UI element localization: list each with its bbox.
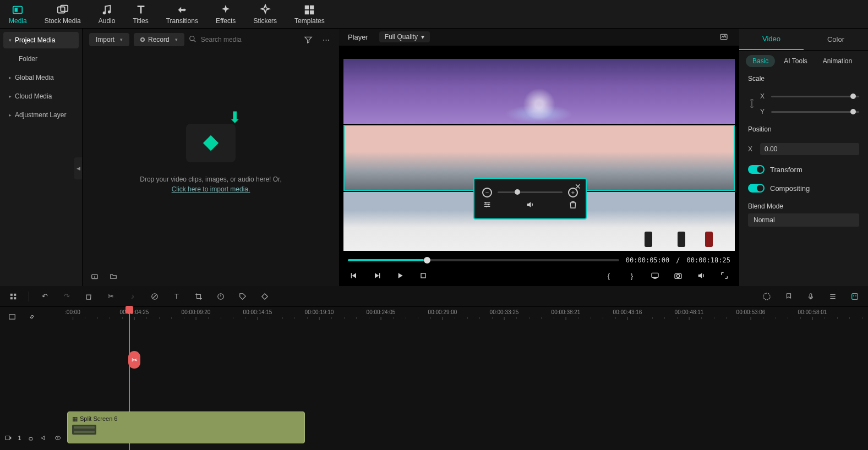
track-lock-button[interactable] xyxy=(27,431,35,444)
quality-select[interactable]: Full Quality▾ xyxy=(379,31,430,42)
mark-in-button[interactable]: { xyxy=(603,270,615,282)
marker-button[interactable] xyxy=(782,290,795,303)
snapshot-button[interactable] xyxy=(672,270,684,282)
zoom-out-button[interactable]: − xyxy=(482,188,492,197)
crop-button[interactable] xyxy=(192,290,205,303)
new-folder-button[interactable] xyxy=(107,270,120,283)
ruler-tick: 00:00:14:15 xyxy=(243,309,272,315)
delete-button[interactable] xyxy=(82,290,95,303)
record-button[interactable]: Record▾ xyxy=(134,33,184,46)
color-tag-button[interactable] xyxy=(236,290,249,303)
track-mute-button[interactable] xyxy=(40,431,48,444)
timeline-clip[interactable]: ▦Split Screen 6 xyxy=(67,411,305,443)
split-marker[interactable]: ✂ xyxy=(128,351,140,369)
blend-mode-select[interactable]: Normal xyxy=(748,213,859,227)
subtab-basic[interactable]: Basic xyxy=(746,55,775,67)
speaker-icon[interactable] xyxy=(525,200,535,210)
text-button[interactable]: T xyxy=(170,290,183,303)
prev-frame-button[interactable] xyxy=(348,270,360,282)
subtab-ai-tools[interactable]: AI Tools xyxy=(777,55,814,67)
redo-button[interactable]: ↷ xyxy=(60,290,73,303)
timeline-tracks[interactable]: ✂ ▦Split Screen 6 xyxy=(66,327,868,450)
nav-stock-media[interactable]: Stock Media xyxy=(36,0,90,28)
media-drop-zone[interactable]: ⬇ Drop your video clips, images, or audi… xyxy=(83,51,339,266)
ruler-tick: :00:00 xyxy=(65,309,80,315)
sidebar-project-media[interactable]: ▾Project Media xyxy=(3,32,79,48)
svg-rect-21 xyxy=(351,273,352,278)
svg-rect-30 xyxy=(10,297,13,299)
inspector-tab-video[interactable]: Video xyxy=(739,29,804,50)
inspector-tab-color[interactable]: Color xyxy=(804,29,868,50)
display-button[interactable] xyxy=(649,270,661,282)
split-screen-icon: ▦ xyxy=(72,415,78,422)
keyframe-button[interactable] xyxy=(258,290,271,303)
download-arrow-icon: ⬇ xyxy=(228,108,241,127)
svg-point-19 xyxy=(488,204,489,205)
zoom-slider[interactable] xyxy=(498,191,563,193)
position-x-input[interactable] xyxy=(760,143,859,155)
speed-button[interactable] xyxy=(214,290,227,303)
link-button[interactable] xyxy=(25,310,39,323)
track-visibility-button[interactable] xyxy=(54,431,62,444)
track-video-icon[interactable] xyxy=(4,431,12,444)
nav-templates[interactable]: Templates xyxy=(286,0,334,28)
snapshot-compare-button[interactable] xyxy=(717,30,730,43)
svg-point-43 xyxy=(855,295,856,296)
playback-scrubber[interactable] xyxy=(348,259,619,261)
svg-line-33 xyxy=(153,294,157,298)
mask-button[interactable] xyxy=(148,290,161,303)
subtab-animation[interactable]: Animation xyxy=(816,55,859,67)
lock-icon[interactable] xyxy=(748,98,756,111)
timeline-view-button[interactable] xyxy=(6,310,19,323)
nav-transitions[interactable]: Transitions xyxy=(157,0,207,28)
svg-point-20 xyxy=(485,206,487,207)
ruler-tick: 00:00:48:11 xyxy=(675,309,704,315)
svg-rect-1 xyxy=(15,8,18,12)
volume-button[interactable] xyxy=(695,270,707,282)
sidebar-adjustment-layer[interactable]: ▸Adjustment Layer xyxy=(3,107,79,123)
mixer-button[interactable] xyxy=(826,290,839,303)
transform-toggle[interactable] xyxy=(748,165,765,174)
scale-x-slider[interactable] xyxy=(771,96,859,97)
stop-button[interactable] xyxy=(417,270,429,282)
more-options-button[interactable]: ⋯ xyxy=(319,33,332,46)
render-button[interactable] xyxy=(760,290,773,303)
filter-button[interactable] xyxy=(302,33,315,46)
undo-button[interactable]: ↶ xyxy=(38,290,51,303)
sidebar-cloud-media[interactable]: ▸Cloud Media xyxy=(3,88,79,105)
nav-media[interactable]: Media xyxy=(0,0,36,28)
next-frame-button[interactable] xyxy=(371,270,383,282)
close-icon[interactable]: ✕ xyxy=(575,182,581,191)
adjust-icon[interactable] xyxy=(482,200,492,210)
fullscreen-button[interactable] xyxy=(718,270,730,282)
chevron-right-icon: ▸ xyxy=(9,75,12,80)
nav-titles[interactable]: Titles xyxy=(124,0,157,28)
sidebar-global-media[interactable]: ▸Global Media xyxy=(3,69,79,86)
voiceover-button[interactable] xyxy=(804,290,817,303)
timeline-layout-button[interactable] xyxy=(7,290,20,303)
nav-titles-label: Titles xyxy=(133,17,148,25)
split-button[interactable]: ✂ xyxy=(104,290,117,303)
compositing-toggle[interactable] xyxy=(748,184,765,193)
trash-icon[interactable] xyxy=(568,200,578,210)
audio-detach-button[interactable]: ♪ xyxy=(126,290,139,303)
position-label: Position xyxy=(748,125,859,133)
svg-rect-31 xyxy=(14,297,16,299)
nav-audio[interactable]: Audio xyxy=(90,0,124,28)
mark-out-button[interactable]: } xyxy=(626,270,638,282)
new-bin-button[interactable] xyxy=(88,270,101,283)
sidebar-folder[interactable]: Folder xyxy=(3,51,79,67)
scale-y-slider[interactable] xyxy=(771,111,859,113)
nav-effects[interactable]: Effects xyxy=(207,0,244,28)
collapse-sidebar-button[interactable]: ◀ xyxy=(74,157,82,179)
nav-media-label: Media xyxy=(9,17,27,25)
play-button[interactable] xyxy=(394,270,406,282)
nav-stickers[interactable]: Stickers xyxy=(244,0,286,28)
ai-button[interactable] xyxy=(848,290,861,303)
timeline-ruler[interactable]: :00:0000:00:04:2500:00:09:2000:00:14:150… xyxy=(66,307,868,327)
search-input[interactable] xyxy=(201,36,267,43)
import-button[interactable]: Import▾ xyxy=(89,33,129,46)
import-media-link[interactable]: Click here to import media. xyxy=(172,185,250,193)
player-canvas[interactable]: ✕ − + xyxy=(343,59,735,251)
nav-effects-label: Effects xyxy=(216,17,236,25)
